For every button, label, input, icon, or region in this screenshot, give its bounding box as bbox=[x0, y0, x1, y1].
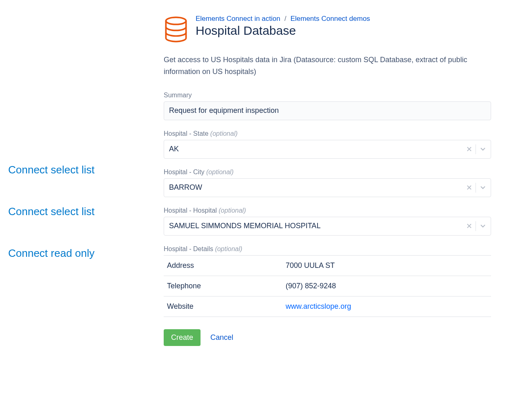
details-website-link[interactable]: www.arcticslope.org bbox=[286, 302, 351, 310]
database-icon bbox=[164, 16, 188, 43]
hospital-label: Hospital - Hospital (optional) bbox=[164, 207, 491, 214]
state-value: AK bbox=[169, 145, 463, 153]
hospital-select[interactable]: SAMUEL SIMMONDS MEMORIAL HOSPITAL ✕ bbox=[164, 217, 491, 236]
details-key: Address bbox=[167, 261, 286, 270]
summary-label: Summary bbox=[164, 92, 491, 99]
annotation-hospital: Connect read only bbox=[8, 247, 156, 260]
cancel-button[interactable]: Cancel bbox=[210, 333, 233, 342]
annotation-state: Connect select list bbox=[8, 164, 156, 176]
chevron-down-icon[interactable] bbox=[476, 146, 491, 152]
chevron-down-icon[interactable] bbox=[476, 185, 491, 191]
city-value: BARROW bbox=[169, 183, 463, 192]
details-value: 7000 UULA ST bbox=[286, 261, 335, 270]
details-row: Telephone (907) 852-9248 bbox=[164, 276, 491, 296]
details-row: Address 7000 UULA ST bbox=[164, 255, 491, 276]
breadcrumb-sep: / bbox=[284, 15, 286, 23]
breadcrumb-item-0[interactable]: Elements Connect in action bbox=[196, 15, 280, 23]
details-row: Website www.arcticslope.org bbox=[164, 296, 491, 317]
page-description: Get access to US Hospitals data in Jira … bbox=[164, 54, 491, 78]
state-label: Hospital - State (optional) bbox=[164, 130, 491, 137]
breadcrumb: Elements Connect in action / Elements Co… bbox=[196, 15, 370, 23]
annotation-city: Connect select list bbox=[8, 205, 156, 218]
clear-icon[interactable]: ✕ bbox=[463, 184, 476, 191]
city-select[interactable]: BARROW ✕ bbox=[164, 178, 491, 197]
clear-icon[interactable]: ✕ bbox=[463, 146, 476, 153]
details-value: (907) 852-9248 bbox=[286, 282, 336, 290]
page-title: Hospital Database bbox=[196, 24, 370, 38]
city-label: Hospital - City (optional) bbox=[164, 168, 491, 176]
details-label: Hospital - Details (optional) bbox=[164, 245, 491, 253]
state-select[interactable]: AK ✕ bbox=[164, 140, 491, 159]
clear-icon[interactable]: ✕ bbox=[463, 222, 476, 230]
details-table: Address 7000 UULA ST Telephone (907) 852… bbox=[164, 255, 491, 317]
hospital-value: SAMUEL SIMMONDS MEMORIAL HOSPITAL bbox=[169, 222, 463, 230]
create-button[interactable]: Create bbox=[164, 329, 201, 346]
breadcrumb-item-1[interactable]: Elements Connect demos bbox=[291, 15, 370, 23]
svg-point-0 bbox=[166, 17, 186, 24]
details-key: Telephone bbox=[167, 282, 286, 290]
summary-input[interactable] bbox=[164, 101, 491, 120]
details-key: Website bbox=[167, 302, 286, 311]
details-value: www.arcticslope.org bbox=[286, 302, 351, 311]
chevron-down-icon[interactable] bbox=[476, 223, 491, 229]
